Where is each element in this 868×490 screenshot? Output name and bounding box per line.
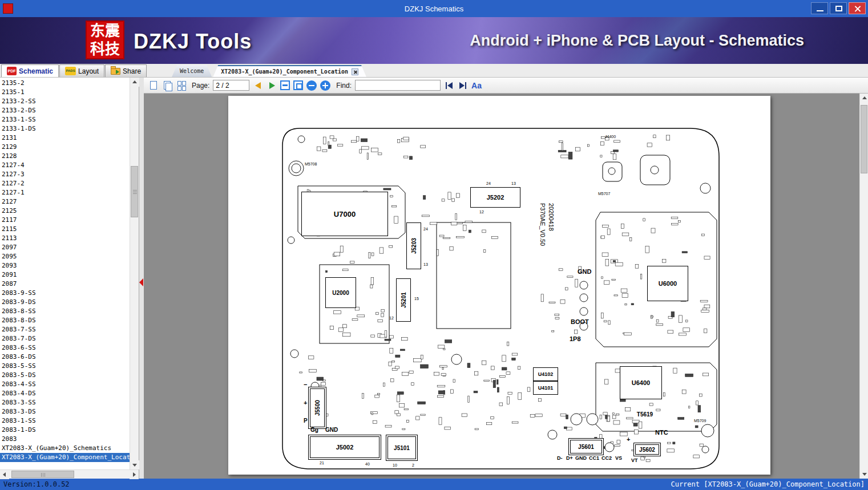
pcb-component-j5500: J5500 [308, 387, 326, 429]
sidebar-item[interactable]: 2129 [0, 143, 130, 152]
tab-welcome[interactable]: Welcome [172, 65, 212, 77]
pdf-canvas[interactable]: U7000J5202J5203J5201U2000J5500J5002J5101… [144, 94, 859, 479]
sidebar-item[interactable]: 2083-6-SS [0, 343, 130, 353]
previous-page-button[interactable] [253, 80, 263, 91]
scroll-right-button[interactable] [130, 470, 139, 479]
sidebar-item[interactable]: 2097 [0, 243, 130, 252]
find-input[interactable] [355, 80, 441, 91]
sidebar-item[interactable]: 2083-8-SS [0, 307, 130, 316]
sidebar-item[interactable]: 2135-1 [0, 88, 130, 97]
single-page-view-icon[interactable] [148, 80, 159, 91]
sidebar-item[interactable]: 2091 [0, 270, 130, 280]
scroll-up-button[interactable] [130, 78, 139, 87]
sidebar-horizontal-scrollbar[interactable] [0, 469, 139, 479]
document-tabs: Welcome XT2083-X_(Guam+20)_Component_Loc… [172, 65, 366, 77]
pdf-scroll-down-button[interactable] [860, 469, 868, 479]
zoom-in-button[interactable] [320, 80, 330, 91]
tab-component-location[interactable]: XT2083-X_(Guam+20)_Component_Location [213, 65, 366, 77]
sidebar-item[interactable]: 2127 [0, 197, 130, 206]
find-label: Find: [336, 82, 352, 90]
zoom-out-button[interactable] [306, 80, 317, 91]
find-previous-button[interactable] [444, 81, 454, 90]
tab-schematic[interactable]: PDF Schematic [1, 64, 59, 77]
sidebar-item[interactable]: 2113 [0, 234, 130, 243]
next-page-button[interactable] [267, 80, 277, 91]
sidebar-item[interactable]: 2083-1-SS [0, 416, 130, 426]
sidebar-item[interactable]: 2133-2-DS [0, 106, 130, 115]
sidebar-item[interactable]: 2095 [0, 252, 130, 261]
tab-close-icon[interactable] [352, 68, 358, 75]
pcb-text: + [627, 436, 630, 443]
page-input[interactable] [213, 80, 249, 91]
sidebar-item[interactable]: 2083-5-DS [0, 371, 130, 380]
sidebar-item[interactable]: 2127-1 [0, 188, 130, 197]
sidebar-item[interactable]: 2125 [0, 206, 130, 216]
pcb-text: CC1 [589, 455, 599, 461]
pdf-vertical-scrollbar[interactable] [859, 94, 868, 479]
pcb-text: GND [575, 455, 587, 461]
sidebar-item[interactable]: 2083-1-DS [0, 426, 130, 435]
sidebar-item[interactable]: 2083-9-DS [0, 298, 130, 307]
sidebar-item[interactable]: 2083-4-DS [0, 389, 130, 398]
sidebar-item[interactable]: 2127-2 [0, 179, 130, 188]
fit-page-button[interactable] [293, 80, 303, 90]
pdf-scroll-thumb[interactable] [861, 105, 867, 173]
pcb-text: P370AE_V0.50 [539, 203, 546, 246]
sidebar-item[interactable]: 2135-2 [0, 79, 130, 88]
sidebar-item[interactable]: XT2083-X_(Guam+20)_Schematics [0, 444, 130, 453]
sidebar-item[interactable]: 2128 [0, 152, 130, 161]
close-button[interactable] [849, 2, 866, 14]
pcb-text: 24 [423, 227, 428, 231]
sidebar-item[interactable]: 2083-9-SS [0, 289, 130, 298]
pdf-scroll-up-button[interactable] [860, 94, 868, 103]
pcb-text: 10 [393, 463, 397, 467]
sidebar-item[interactable]: 2083-7-DS [0, 334, 130, 343]
sidebar-item[interactable]: 2083-3-SS [0, 398, 130, 407]
pcb-text: GND [578, 268, 591, 275]
maximize-button[interactable] [830, 2, 847, 14]
share-icon [111, 68, 120, 75]
sidebar-item[interactable]: 2115 [0, 225, 130, 234]
tab-share[interactable]: Share [105, 64, 147, 77]
tab-layout[interactable]: PADS Layout [59, 64, 104, 77]
sidebar-item[interactable]: 2133-1-DS [0, 124, 130, 133]
sidebar-item[interactable]: 2083-4-SS [0, 380, 130, 389]
sidebar-item[interactable]: 2127-4 [0, 161, 130, 170]
sidebar-vertical-scrollbar[interactable] [130, 78, 139, 469]
sidebar-splitter[interactable] [139, 78, 144, 479]
sidebar-item[interactable]: XT2083-X_(Guam+20)_Component_Location [0, 453, 130, 462]
collapse-sidebar-icon[interactable] [139, 278, 143, 286]
pcb-component-j5101: J5101 [386, 435, 418, 461]
sidebar-item[interactable]: 2083-7-SS [0, 325, 130, 334]
pcb-text: P [304, 418, 308, 424]
sidebar-item[interactable]: 2093 [0, 261, 130, 270]
pcb-text: 13 [511, 181, 516, 185]
dual-page-view-icon[interactable] [162, 80, 172, 91]
sidebar-item[interactable]: 2133-2-SS [0, 97, 130, 106]
pcb-text: D+ [566, 455, 573, 461]
sidebar-item[interactable]: 2083-3-DS [0, 407, 130, 416]
sidebar-item[interactable]: 2127-3 [0, 170, 130, 179]
sidebar-scroll-thumb[interactable] [131, 166, 138, 217]
sidebar-item[interactable]: 2083 [0, 435, 130, 444]
sidebar-hscroll-thumb[interactable] [11, 471, 74, 478]
match-case-button[interactable]: Aa [471, 80, 482, 91]
sidebar-item[interactable]: 2083-6-DS [0, 353, 130, 362]
sidebar-item[interactable]: 2117 [0, 216, 130, 225]
pcb-component-j5602: J5602 [633, 443, 661, 456]
arrow-right-icon [133, 472, 136, 477]
mode-tabs: PDF Schematic PADS Layout Share [1, 64, 147, 77]
sidebar-item[interactable]: 2131 [0, 133, 130, 143]
sidebar-item[interactable]: 2133-1-SS [0, 115, 130, 124]
sidebar-item[interactable]: 2087 [0, 280, 130, 289]
app-title: DZKJ Tools [134, 30, 252, 54]
scroll-left-button[interactable] [0, 470, 9, 479]
fit-width-button[interactable] [280, 80, 290, 90]
sidebar-item[interactable]: 2083-5-SS [0, 362, 130, 371]
find-next-button[interactable] [458, 81, 468, 90]
multi-page-view-icon[interactable] [176, 80, 186, 91]
minimize-button[interactable] [811, 2, 828, 14]
scroll-down-button[interactable] [130, 460, 139, 469]
sidebar-item[interactable]: 2083-8-DS [0, 316, 130, 325]
arrow-down-icon [862, 473, 867, 476]
